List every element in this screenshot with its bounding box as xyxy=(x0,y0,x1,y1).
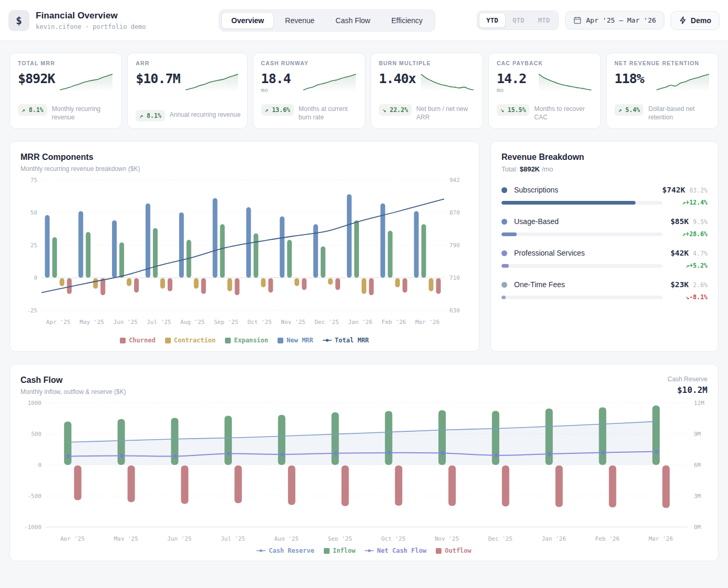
period-qtd[interactable]: QTD xyxy=(506,13,531,28)
category-dot xyxy=(501,282,507,288)
category-amount: $23K xyxy=(670,280,689,289)
cash-flow-header: Cash Flow Monthly inflow, outflow & rese… xyxy=(20,376,708,396)
kpi-change-badge: ↗ 8.1% xyxy=(136,110,165,121)
svg-text:Dec '25: Dec '25 xyxy=(488,535,512,541)
category-percent: 83.2% xyxy=(689,187,708,194)
svg-text:Jun '25: Jun '25 xyxy=(167,535,191,541)
revenue-item-bottom: ↗+12.4% xyxy=(501,199,708,206)
period-ytd[interactable]: YTD xyxy=(479,13,506,28)
progress-track xyxy=(501,201,662,205)
svg-text:Nov '25: Nov '25 xyxy=(435,535,459,541)
svg-text:Mar '26: Mar '26 xyxy=(649,535,673,541)
revenue-item-top: Subscriptions$742K83.2% xyxy=(501,186,708,194)
kpi-unit: mo xyxy=(261,87,291,94)
legend-line-icon xyxy=(365,548,374,553)
mrr-components-card: MRR Components Monthly recurring revenue… xyxy=(9,141,479,352)
category-percent: 4.7% xyxy=(693,250,708,257)
legend-item-new-mrr[interactable]: New MRR xyxy=(278,337,313,344)
svg-text:0: 0 xyxy=(38,462,42,469)
svg-text:710: 710 xyxy=(449,275,460,281)
category-percent: 9.5% xyxy=(693,218,708,226)
legend-item-total-mrr[interactable]: Total MRR xyxy=(323,337,369,344)
kpi-value: $892K xyxy=(18,71,55,86)
svg-text:Sep '25: Sep '25 xyxy=(327,535,352,541)
revenue-item-professional-services: Professional Services$42K4.7%↗+5.2% xyxy=(501,249,708,269)
kpi-sparkline xyxy=(59,72,114,93)
svg-text:75: 75 xyxy=(30,177,37,184)
kpi-value-row: $892K xyxy=(18,71,114,93)
kpi-value-wrap: 118% xyxy=(614,71,644,86)
category-change: ↗+12.4% xyxy=(662,199,708,206)
cash-flow-card: Cash Flow Monthly inflow, outflow & rese… xyxy=(9,364,719,561)
charts-row: MRR Components Monthly recurring revenue… xyxy=(0,141,728,352)
revenue-breakdown-total: Total: $892K /mo xyxy=(501,165,708,173)
mrr-card-title: MRR Components xyxy=(20,153,468,162)
kpi-bottom: ↗ 8.1%Annual recurring revenue xyxy=(136,110,241,121)
cash-flow-title: Cash Flow xyxy=(20,376,126,385)
svg-text:Feb '26: Feb '26 xyxy=(382,319,406,326)
svg-text:Apr '25: Apr '25 xyxy=(60,535,85,541)
category-dot xyxy=(501,187,507,193)
calendar-icon xyxy=(573,16,581,24)
kpi-value-wrap: 1.40x xyxy=(379,71,416,86)
progress-fill xyxy=(501,264,509,268)
svg-text:Mar '26: Mar '26 xyxy=(415,319,439,326)
legend-item-cash-reserve[interactable]: Cash Reserve xyxy=(257,547,314,554)
svg-text:Jun '25: Jun '25 xyxy=(113,319,137,326)
svg-text:-25: -25 xyxy=(27,307,37,314)
demo-button[interactable]: Demo xyxy=(671,11,720,30)
category-name: Subscriptions xyxy=(514,186,558,194)
lightning-bolt-icon xyxy=(679,16,686,24)
kpi-description: Dollar-based net retention xyxy=(648,104,713,121)
legend-label: Net Cash Flow xyxy=(377,547,426,554)
legend-item-expansion[interactable]: Expansion xyxy=(225,337,268,344)
tab-revenue[interactable]: Revenue xyxy=(275,12,324,29)
legend-line-icon xyxy=(323,338,332,343)
kpi-card-cac-payback: CAC PAYBACK14.2mo↘ 15.5%Months to recove… xyxy=(488,53,601,129)
period-toggle: YTDQTDMTD xyxy=(477,11,559,30)
category-amount: $742K xyxy=(662,186,685,194)
category-values: $742K83.2% xyxy=(662,186,708,194)
svg-text:0: 0 xyxy=(34,275,37,281)
legend-item-inflow[interactable]: Inflow xyxy=(324,547,355,554)
period-mtd[interactable]: MTD xyxy=(531,13,557,28)
tab-efficiency[interactable]: Efficiency xyxy=(381,12,433,29)
revenue-item-one-time-fees: One-Time Fees$23K2.6%↘-8.1% xyxy=(501,280,708,301)
kpi-label: NET REVENUE RETENTION xyxy=(614,60,710,66)
svg-text:6M: 6M xyxy=(694,462,701,469)
legend-item-churned[interactable]: Churned xyxy=(120,337,156,344)
total-suffix: /mo xyxy=(542,165,553,173)
legend-swatch-icon xyxy=(165,338,171,343)
kpi-change-badge: ↘ 22.2% xyxy=(379,104,412,116)
legend-swatch-icon xyxy=(324,548,330,554)
category-values: $23K2.6% xyxy=(670,280,708,289)
legend-item-outflow[interactable]: Outflow xyxy=(436,547,471,554)
svg-text:790: 790 xyxy=(449,242,460,249)
category-values: $42K4.7% xyxy=(670,249,708,257)
kpi-sparkline xyxy=(538,72,592,93)
tab-overview[interactable]: Overview xyxy=(221,12,274,29)
category-amount: $42K xyxy=(670,249,689,257)
legend-label: Cash Reserve xyxy=(269,547,314,554)
legend-item-net-cash-flow[interactable]: Net Cash Flow xyxy=(365,547,426,554)
kpi-card-burn-multiple: BURN MULTIPLE1.40x↘ 22.2%Net burn / net … xyxy=(371,53,483,129)
kpi-description: Months at current burn rate xyxy=(299,104,360,121)
category-dot xyxy=(501,219,507,225)
brand: $ Financial Overview kevin.cifone · port… xyxy=(8,10,219,31)
category-change: ↘-8.1% xyxy=(662,293,708,301)
svg-text:Feb '26: Feb '26 xyxy=(595,535,619,541)
kpi-label: CASH RUNWAY xyxy=(261,60,357,66)
kpi-value-row: 1.40x xyxy=(379,71,475,93)
svg-text:Oct '25: Oct '25 xyxy=(248,319,272,326)
date-range-button[interactable]: Apr '25 – Mar '26 xyxy=(565,11,664,29)
revenue-breakdown-title: Revenue Breakdown xyxy=(501,153,708,162)
tab-cash-flow[interactable]: Cash Flow xyxy=(325,12,380,29)
legend-swatch-icon xyxy=(225,338,231,343)
svg-text:Oct '25: Oct '25 xyxy=(381,535,405,541)
svg-text:1000: 1000 xyxy=(28,400,42,407)
kpi-value: 14.2 xyxy=(497,71,526,86)
kpi-bottom: ↗ 13.6%Months at current burn rate xyxy=(261,104,360,121)
legend-item-contraction[interactable]: Contraction xyxy=(165,337,216,344)
legend-swatch-icon xyxy=(436,548,442,554)
svg-text:630: 630 xyxy=(449,307,460,314)
